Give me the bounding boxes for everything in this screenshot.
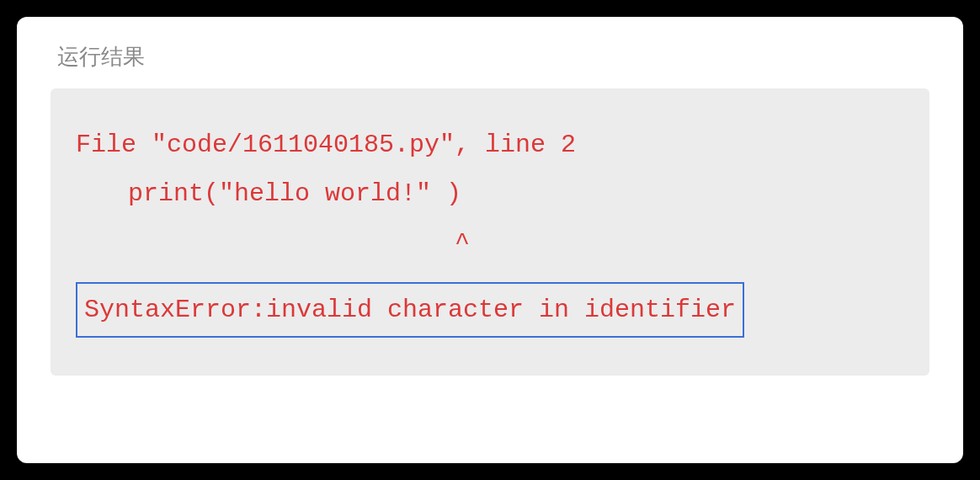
code-output-block: File "code/1611040185.py", line 2 print(…: [51, 88, 929, 376]
traceback-file-line: File "code/1611040185.py", line 2: [76, 122, 904, 168]
traceback-caret: ^: [76, 220, 904, 265]
traceback-code-line: print("hello world!" ): [76, 171, 904, 216]
result-card: 运行结果 File "code/1611040185.py", line 2 p…: [17, 17, 963, 463]
error-message-text: SyntaxError:invalid character in identif…: [84, 296, 736, 324]
result-title: 运行结果: [57, 42, 929, 72]
error-message-box: SyntaxError:invalid character in identif…: [76, 282, 744, 338]
